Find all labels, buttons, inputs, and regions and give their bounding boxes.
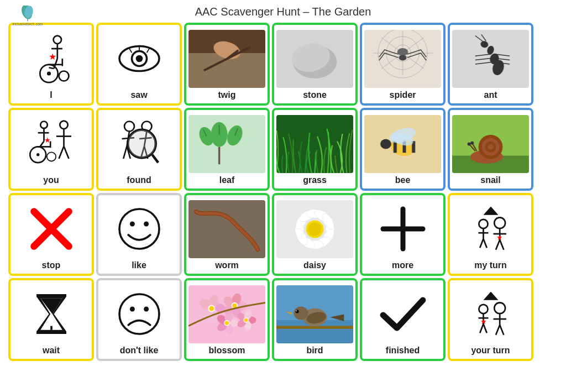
svg-point-20	[40, 122, 48, 129]
svg-text:★: ★	[496, 234, 503, 242]
card-stop: stop	[8, 193, 94, 276]
icon-checkmark	[364, 285, 441, 343]
card-label-spider: spider	[389, 90, 416, 100]
svg-line-81	[500, 325, 504, 335]
svg-point-3	[53, 36, 61, 44]
card-spider: spider	[360, 23, 446, 106]
svg-line-28	[40, 142, 44, 147]
card-label-finished: finished	[386, 346, 420, 356]
card-finished: finished	[360, 278, 446, 361]
photo-bee	[364, 115, 441, 173]
svg-line-80	[496, 325, 500, 335]
svg-line-38	[123, 147, 127, 159]
svg-point-16	[135, 55, 143, 62]
svg-point-35	[124, 122, 134, 132]
card-label-wait: wait	[43, 346, 60, 356]
svg-line-47	[152, 155, 158, 163]
svg-point-50	[119, 209, 159, 249]
card-label-stone: stone	[303, 90, 327, 100]
svg-text:★: ★	[48, 51, 56, 61]
svg-point-30	[60, 121, 67, 129]
card-label-bee: bee	[395, 175, 411, 185]
photo-snail	[452, 115, 529, 173]
card-grass: grass	[272, 108, 358, 191]
card-label-found: found	[127, 175, 151, 185]
card-snail: snail	[448, 108, 533, 191]
card-stone: stone	[272, 23, 358, 106]
photo-leaf	[188, 115, 265, 173]
card-label-saw: saw	[130, 90, 147, 100]
svg-point-67	[119, 294, 159, 334]
svg-line-33	[59, 147, 64, 159]
card-leaf: leaf	[184, 108, 270, 191]
photo-ant	[452, 30, 529, 88]
card-blossom: blossom	[184, 278, 270, 361]
icon-red-x	[13, 200, 90, 258]
card-worm: worm	[184, 193, 270, 276]
card-label-dontlike: don't like	[120, 346, 159, 356]
card-more: more	[360, 193, 446, 276]
svg-text:★: ★	[44, 137, 50, 144]
card-bee: bee	[360, 108, 446, 191]
photo-bird	[276, 285, 353, 343]
card-yourturn: ★ your turn	[448, 278, 533, 361]
svg-point-68	[129, 307, 134, 312]
photo-blossom	[188, 285, 265, 343]
photo-grass	[276, 115, 353, 173]
card-ant: ant	[448, 23, 533, 106]
card-wait: wait	[8, 278, 94, 361]
svg-point-9	[46, 71, 50, 75]
card-myturn: ★ my turn	[448, 193, 533, 276]
photo-daisy	[276, 200, 353, 258]
card-label-grass: grass	[303, 175, 327, 185]
card-daisy: daisy	[272, 193, 358, 276]
svg-point-51	[129, 222, 134, 227]
svg-point-61	[494, 217, 505, 228]
card-label-stop: stop	[42, 260, 61, 270]
svg-point-71	[479, 305, 488, 313]
card-label-bird: bird	[306, 346, 323, 356]
photo-worm	[188, 200, 265, 258]
card-label-snail: snail	[480, 175, 500, 185]
photo-stone	[276, 30, 353, 88]
card-twig: twig	[184, 23, 270, 106]
icon-eye	[101, 30, 177, 88]
icon-smiley	[101, 200, 177, 258]
svg-line-59	[480, 239, 483, 248]
photo-spider	[364, 30, 441, 88]
icon-hourglass	[13, 285, 90, 343]
svg-line-19	[146, 49, 149, 53]
card-I: ★ I	[8, 23, 94, 106]
icon-plus	[364, 200, 441, 258]
icon-wheelchair-star: ★	[13, 30, 90, 88]
page-header: inclusivetech.com AAC Scavenger Hunt – T…	[6, 6, 560, 18]
card-grid: ★ I saw twig stone	[6, 23, 560, 361]
photo-twig	[188, 30, 265, 88]
icon-your-turn: ★	[452, 285, 529, 343]
card-label-more: more	[392, 260, 413, 270]
card-label-twig: twig	[218, 90, 236, 100]
card-like: like	[96, 193, 182, 276]
card-label-myturn: my turn	[474, 260, 507, 270]
logo-text: inclusivetech.com	[12, 22, 43, 26]
svg-line-60	[483, 239, 486, 248]
svg-line-17	[129, 49, 132, 53]
svg-marker-55	[483, 207, 498, 215]
svg-point-77	[494, 302, 505, 313]
card-bird: bird	[272, 278, 358, 361]
card-label-worm: worm	[215, 260, 239, 270]
card-saw: saw	[96, 23, 182, 106]
svg-point-46	[128, 130, 155, 158]
card-label-like: like	[132, 260, 146, 270]
card-you: ★ you	[8, 108, 94, 191]
svg-text:★: ★	[480, 318, 486, 326]
card-label-blossom: blossom	[209, 346, 245, 356]
svg-point-52	[144, 222, 149, 227]
card-found: found	[96, 108, 182, 191]
icon-search-person	[101, 115, 177, 173]
svg-point-69	[144, 307, 149, 312]
card-dontlike: don't like	[96, 278, 182, 361]
icon-my-turn: ★	[452, 200, 529, 258]
icon-sad	[101, 285, 177, 343]
page-title: AAC Scavenger Hunt – The Garden	[195, 6, 371, 18]
